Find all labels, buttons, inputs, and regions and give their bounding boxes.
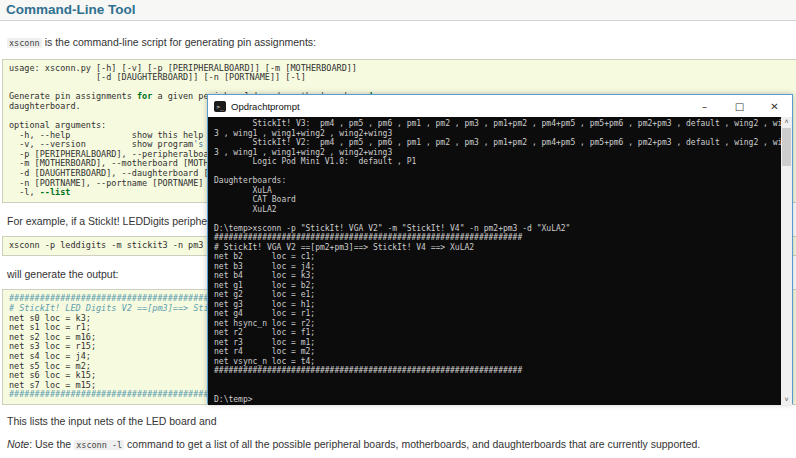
line: Daughterboards: — [214, 176, 781, 186]
line: net g3 loc = h1; — [214, 300, 781, 310]
line: StickIt! V2: pm4 , pm5 , pm6 , pm1 , pm2… — [214, 138, 781, 148]
line: ########################################… — [214, 366, 781, 376]
line — [214, 167, 781, 177]
line — [214, 376, 781, 386]
line — [214, 214, 781, 224]
line: net hsync_n loc = r2; — [214, 319, 781, 329]
line: net g1 loc = b2; — [214, 281, 781, 291]
intro-paragraph: xsconn is the command-line script for ge… — [7, 36, 796, 50]
close-icon[interactable]: ✕ — [757, 95, 792, 117]
maximize-icon[interactable]: □ — [722, 95, 757, 117]
command-prompt-icon: >_ — [214, 101, 226, 112]
scroll-up-icon[interactable]: ˄ — [784, 117, 788, 127]
line: net r4 loc = m2; — [214, 347, 781, 357]
line: # StickIt! VGA V2 ==[pm2+pm3]==> StickIt… — [214, 243, 781, 253]
terminal-output[interactable]: StickIt! V3: pm4 , pm5 , pm6 , pm1 , pm2… — [208, 117, 781, 405]
line: XuLA2 — [214, 205, 781, 215]
line: D:\temp>xsconn -p "StickIt! VGA V2" -m "… — [214, 224, 781, 234]
lists-paragraph: This lists the input nets of the LED boa… — [7, 415, 796, 428]
line: 3 , wing1 , wing1+wing2 , wing2+wing3 — [214, 148, 781, 158]
line: net r3 loc = m1; — [214, 338, 781, 348]
terminal-body: StickIt! V3: pm4 , pm5 , pm6 , pm1 , pm2… — [208, 117, 792, 405]
line — [214, 385, 781, 395]
line: net b4 loc = k3; — [214, 271, 781, 281]
line: 3 , wing1 , wing1+wing2 , wing2+wing3 — [214, 129, 781, 139]
command-prompt-window[interactable]: >_ Opdrachtprompt – □ ✕ StickIt! V3: pm4… — [207, 94, 793, 404]
line: net b3 loc = j4; — [214, 262, 781, 272]
line: net vsync_n loc = t4; — [214, 357, 781, 367]
scrollbar-thumb[interactable] — [782, 128, 791, 166]
terminal-title: Opdrachtprompt — [231, 101, 687, 112]
terminal-scrollbar[interactable]: ˄ ˅ — [781, 117, 792, 405]
line: CAT Board — [214, 195, 781, 205]
line: ########################################… — [214, 233, 781, 243]
note-supported-boards: Note: Use the xsconn -l command to get a… — [7, 438, 796, 452]
line: net g2 loc = e1; — [214, 290, 781, 300]
line: net r2 loc = f1; — [214, 328, 781, 338]
window-controls: – □ ✕ — [687, 95, 792, 117]
page-header: Command-Line Tool — [0, 0, 796, 21]
scroll-down-icon[interactable]: ˅ — [784, 395, 788, 405]
page-title: Command-Line Tool — [6, 2, 796, 17]
line: [-d [DAUGHTERBOARD]] [-n [PORTNAME]] [-l… — [9, 73, 796, 83]
terminal-titlebar[interactable]: >_ Opdrachtprompt – □ ✕ — [208, 95, 792, 117]
line: StickIt! V3: pm4 , pm5 , pm6 , pm1 , pm2… — [214, 119, 781, 129]
line: net g4 loc = r1; — [214, 309, 781, 319]
line: XuLA — [214, 186, 781, 196]
line: net b2 loc = c1; — [214, 252, 781, 262]
minimize-icon[interactable]: – — [687, 95, 722, 117]
line: Logic Pod Mini V1.0: default , P1 — [214, 157, 781, 167]
line: D:\temp> — [214, 395, 781, 405]
